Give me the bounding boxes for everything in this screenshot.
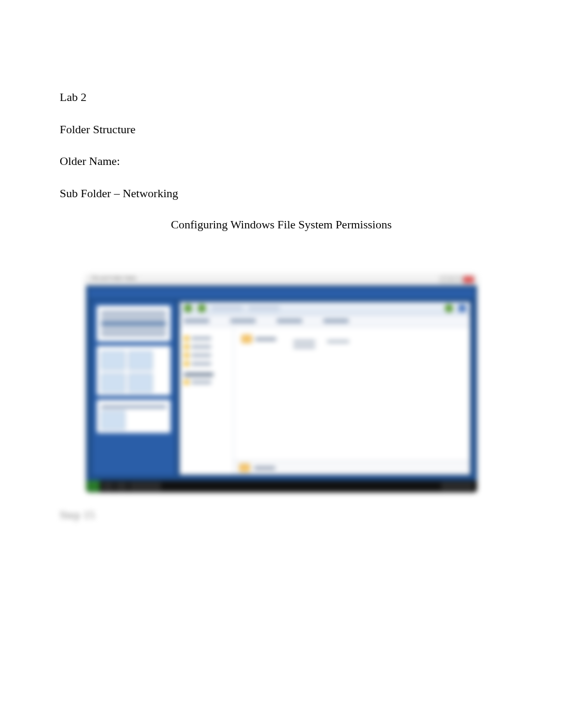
tree-label — [191, 345, 211, 348]
sidebar-group — [97, 346, 171, 395]
folder-icon — [184, 380, 189, 385]
desktop-area — [86, 285, 477, 481]
go-button[interactable] — [445, 304, 453, 312]
sidebar-item[interactable] — [101, 317, 166, 319]
meta-text — [327, 340, 349, 343]
sidebar-thumb[interactable] — [101, 373, 125, 392]
address-bar[interactable] — [180, 315, 470, 327]
tree-item[interactable] — [184, 380, 229, 385]
document-page: Lab 2 Folder Structure Older Name: Sub F… — [0, 0, 561, 728]
sidebar-item[interactable] — [101, 406, 166, 408]
forward-button[interactable] — [198, 304, 206, 312]
window-controls — [440, 276, 474, 283]
sidebar-item[interactable] — [101, 328, 166, 330]
file-meta — [293, 340, 315, 348]
toolbar-label — [248, 306, 280, 311]
sidebar-item[interactable] — [101, 311, 166, 314]
sidebar-item-selected[interactable] — [101, 322, 166, 325]
file-label — [255, 337, 276, 341]
tree-label — [191, 337, 211, 340]
taskbar-item[interactable] — [116, 482, 127, 491]
taskbar-item[interactable] — [129, 482, 161, 491]
text-folder-structure: Folder Structure — [60, 122, 503, 137]
explorer-window — [179, 301, 471, 475]
sidebar-group — [97, 306, 171, 342]
tree-item[interactable] — [184, 353, 229, 358]
tree-label — [191, 354, 211, 357]
folder-icon — [184, 344, 189, 349]
start-button[interactable] — [86, 481, 100, 492]
file-item[interactable] — [241, 335, 276, 343]
status-bar — [234, 460, 470, 475]
tree-item[interactable] — [184, 336, 229, 341]
meta-text — [293, 340, 315, 343]
embedded-screenshot: File and Folder Tasks — [86, 274, 477, 492]
folder-icon — [239, 464, 250, 472]
addr-segment — [277, 319, 302, 323]
folder-icon — [184, 361, 189, 366]
back-button[interactable] — [184, 304, 192, 312]
window-titlebar: File and Folder Tasks — [86, 274, 477, 286]
sidebar-thumb[interactable] — [128, 351, 153, 370]
taskbar-item[interactable] — [102, 482, 114, 491]
tree-item[interactable] — [184, 344, 229, 349]
maximize-button[interactable] — [452, 276, 462, 283]
folder-tree[interactable] — [180, 327, 234, 475]
tree-item[interactable] — [184, 361, 229, 366]
sidebar-group — [97, 400, 171, 433]
text-older-name: Older Name: — [60, 154, 503, 169]
sidebar-item[interactable] — [101, 333, 166, 336]
file-pane[interactable] — [234, 327, 470, 475]
sidebar-thumb[interactable] — [101, 411, 125, 430]
toolbar-label — [211, 306, 243, 311]
status-text — [254, 466, 275, 470]
text-lab: Lab 2 — [60, 90, 503, 105]
taskbar-tray[interactable] — [441, 482, 473, 491]
doc-heading: Configuring Windows File System Permissi… — [60, 218, 503, 232]
sidebar-thumb[interactable] — [128, 373, 153, 392]
folder-icon — [241, 335, 252, 343]
tasks-sidebar — [92, 301, 175, 475]
tree-header — [184, 373, 213, 376]
tree-label — [191, 381, 211, 384]
views-button[interactable] — [459, 305, 466, 312]
folder-icon — [184, 353, 189, 358]
addr-segment — [323, 319, 349, 323]
addr-segment — [184, 319, 209, 323]
step-label: Step 15 — [60, 508, 503, 522]
explorer-toolbar — [180, 302, 470, 315]
file-meta — [327, 340, 349, 343]
meta-text — [293, 345, 315, 348]
close-button[interactable] — [463, 276, 474, 283]
folder-icon — [184, 336, 189, 341]
explorer-body — [180, 327, 470, 475]
sidebar-thumb[interactable] — [101, 351, 125, 370]
addr-segment — [230, 319, 256, 323]
vm-toolbar — [89, 289, 474, 298]
window-title: File and Folder Tasks — [91, 275, 136, 281]
text-subfolder: Sub Folder – Networking — [60, 186, 503, 201]
minimize-button[interactable] — [440, 276, 451, 283]
taskbar[interactable] — [86, 481, 477, 492]
tree-label — [191, 362, 211, 365]
